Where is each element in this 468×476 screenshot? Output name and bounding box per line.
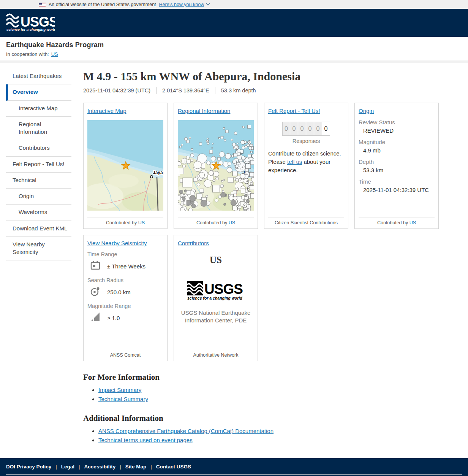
sidebar-item-technical[interactable]: Technical <box>6 173 71 189</box>
felt-report-body: Contribute to citizen science. Please te… <box>268 149 344 174</box>
comcat-documentation-link[interactable]: ANSS Comprehensive Earthquake Catalog (C… <box>98 428 274 434</box>
search-radius-value: 250.0 km <box>107 289 131 295</box>
list-item: Technical Summary <box>98 396 462 402</box>
magnitude-triangle-icon <box>90 312 101 324</box>
additional-information-heading: Additional Information <box>83 414 462 423</box>
sidebar-item-felt-report[interactable]: Felt Report - Tell Us! <box>6 157 71 173</box>
cooperation-us-link[interactable]: US <box>51 51 58 57</box>
usgs-logo[interactable]: USGS science for a changing world <box>5 12 55 34</box>
time-range-label: Time Range <box>87 251 163 257</box>
card-footer: Citizen Scientist Contributions <box>268 217 344 225</box>
sidebar-item-view-nearby-seismicity[interactable]: View Nearby Seismicity <box>6 237 71 261</box>
program-title: Earthquake Hazards Program <box>6 41 462 49</box>
review-status-value: REVIEWED <box>363 127 435 134</box>
sidebar-item-origin[interactable]: Origin <box>6 189 71 205</box>
divider <box>204 272 228 272</box>
magnitude-label: Magnitude <box>359 139 435 145</box>
sidebar-item-contributors[interactable]: Contributors <box>6 140 71 156</box>
magnitude-range-label: Magnitude Range <box>87 303 163 309</box>
event-meta: 2025-11-01 04:32:39 (UTC) 2.014°S 139.36… <box>83 87 462 94</box>
contributors-link[interactable]: Contributors <box>178 240 209 246</box>
usgs-logo-black: USGS science for a changing world <box>187 280 245 302</box>
counter-digit: 0 <box>306 122 314 136</box>
contributor-network-code: US <box>178 255 254 265</box>
time-range-value: ± Three Weeks <box>107 263 145 270</box>
accessibility-link[interactable]: Accessibility <box>74 464 115 470</box>
card-footer: Authoritative Network <box>178 350 254 358</box>
chevron-down-icon <box>206 3 210 6</box>
sidebar-item-regional-information[interactable]: Regional Information <box>6 117 71 141</box>
sidebar-item-download-kml[interactable]: Download Event KML <box>6 221 71 237</box>
impact-summary-link[interactable]: Impact Summary <box>98 387 141 393</box>
time-label: Time <box>359 178 435 185</box>
contact-usgs-link[interactable]: Contact USGS <box>146 464 191 470</box>
nearby-seismicity-card: View Nearby Seismicity Time Range <box>83 235 168 361</box>
list-item: Technical terms used on event pages <box>98 437 462 443</box>
site-header: USGS science for a changing world <box>0 9 468 37</box>
interactive-map-thumbnail[interactable]: Jayapu <box>87 120 163 212</box>
doi-privacy-policy-link[interactable]: DOI Privacy Policy <box>6 464 51 470</box>
tell-us-link[interactable]: tell us <box>287 159 302 165</box>
svg-text:Jayapu: Jayapu <box>153 170 163 175</box>
counter-digit: 0 <box>298 122 306 136</box>
view-nearby-seismicity-link[interactable]: View Nearby Seismicity <box>87 240 147 246</box>
review-status-label: Review Status <box>359 119 435 125</box>
regional-information-link[interactable]: Regional Information <box>178 108 230 114</box>
origin-link[interactable]: Origin <box>359 108 374 114</box>
magnitude-range-value: ≥ 1.0 <box>107 315 120 321</box>
page-title: M 4.9 - 155 km WNW of Abepura, Indonesia <box>83 70 462 83</box>
list-item: ANSS Comprehensive Earthquake Catalog (C… <box>98 428 462 434</box>
site-map-link[interactable]: Site Map <box>115 464 146 470</box>
contributed-us-link[interactable]: US <box>138 220 145 225</box>
card-footer: Contributed by US <box>87 217 163 225</box>
sidebar-item-overview[interactable]: Overview <box>6 84 71 100</box>
origin-properties: Review Status REVIEWED Magnitude 4.9 mb … <box>359 114 435 193</box>
contributor-organization: USGS National Earthquake Information Cen… <box>178 309 254 325</box>
counter-digit: 0 <box>314 122 322 136</box>
depth-label: Depth <box>359 159 435 165</box>
sidebar-item-latest-earthquakes[interactable]: Latest Earthquakes <box>6 68 71 84</box>
cooperation-prefix: In cooperation with: <box>6 51 49 57</box>
contributed-us-link[interactable]: US <box>410 220 416 225</box>
magnitude-value: 4.9 mb <box>363 147 435 154</box>
search-radius-label: Search Radius <box>87 277 163 283</box>
interactive-map-card: Interactive Map <box>83 103 168 229</box>
felt-report-link[interactable]: Felt Report - Tell Us! <box>268 108 320 114</box>
sidebar-item-interactive-map[interactable]: Interactive Map <box>6 101 71 117</box>
sidebar-item-waveforms[interactable]: Waveforms <box>6 205 71 221</box>
contributors-card: Contributors US USGS science for a chang… <box>174 235 258 361</box>
responses-counter: 0 0 0 0 0 0 <box>282 122 330 136</box>
responses-label: Responses <box>268 138 344 144</box>
footer-policy-links: DOI Privacy PolicyLegalAccessibilitySite… <box>6 464 462 470</box>
technical-terms-link[interactable]: Technical terms used on event pages <box>98 437 193 443</box>
svg-text:science for a changing world: science for a changing world <box>187 296 242 300</box>
us-flag-icon <box>39 3 46 6</box>
time-value: 2025-11-01 04:32:39 UTC <box>363 187 435 193</box>
header-divider-band <box>0 60 468 63</box>
calendar-icon <box>90 260 101 272</box>
contributed-us-link[interactable]: US <box>229 220 235 225</box>
site-footer: DOI Privacy PolicyLegalAccessibilitySite… <box>0 458 468 476</box>
card-footer: Contributed by US <box>359 217 435 225</box>
event-depth: 53.3 km depth <box>221 87 256 94</box>
interactive-map-link[interactable]: Interactive Map <box>87 108 126 114</box>
list-item: Impact Summary <box>98 387 462 393</box>
origin-card: Origin Review Status REVIEWED Magnitude … <box>354 103 439 229</box>
heres-how-you-know-link[interactable]: Here’s how you know <box>159 2 204 7</box>
divider <box>215 87 215 94</box>
svg-text:USGS: USGS <box>204 281 243 297</box>
regional-map-thumbnail[interactable]: Ja <box>178 120 254 212</box>
gov-banner-text: An official website of the United States… <box>49 2 156 7</box>
gov-banner: An official website of the United States… <box>0 0 468 9</box>
sidebar-nav: Latest Earthquakes Overview Interactive … <box>6 68 71 446</box>
depth-value: 53.3 km <box>363 167 435 173</box>
legal-link[interactable]: Legal <box>51 464 74 470</box>
counter-digit: 0 <box>322 122 330 136</box>
counter-digit: 0 <box>282 122 290 136</box>
counter-digit: 0 <box>290 122 298 136</box>
program-strip: Earthquake Hazards Program In cooperatio… <box>0 37 468 60</box>
felt-report-card: Felt Report - Tell Us! 0 0 0 0 0 0 Respo… <box>264 103 348 229</box>
event-coordinates: 2.014°S 139.364°E <box>162 87 209 94</box>
technical-summary-link[interactable]: Technical Summary <box>98 396 148 402</box>
event-time: 2025-11-01 04:32:39 (UTC) <box>83 87 150 94</box>
